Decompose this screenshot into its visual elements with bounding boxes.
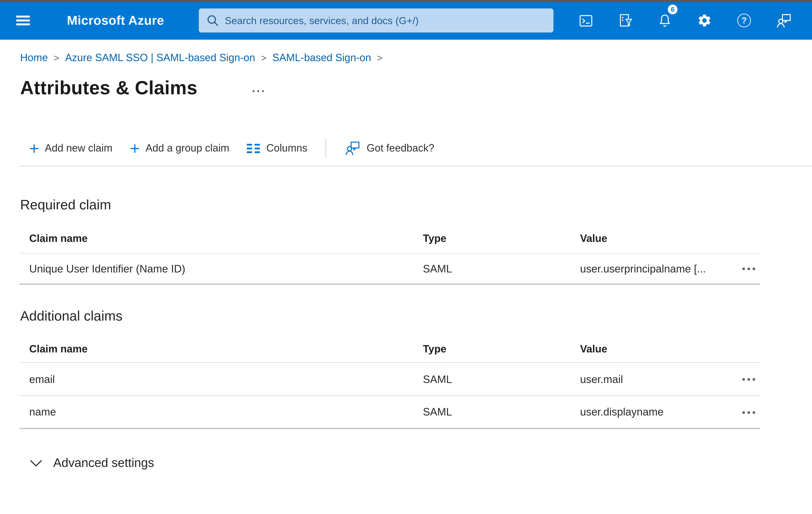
cell-claim-name: name (29, 406, 423, 418)
table-row[interactable]: name SAML user.displayname ••• (20, 396, 760, 429)
additional-claims-heading: Additional claims (20, 308, 122, 324)
search-input[interactable] (225, 15, 546, 26)
add-group-claim-label: Add a group claim (146, 142, 229, 154)
column-header-claim-name: Claim name (29, 233, 423, 244)
breadcrumb-separator: > (261, 53, 266, 63)
directory-filter-icon (617, 13, 633, 28)
required-claim-heading: Required claim (20, 197, 111, 213)
plus-icon (29, 143, 39, 153)
notification-badge: 6 (668, 4, 677, 14)
breadcrumb-link-home[interactable]: Home (20, 52, 48, 64)
search-icon (207, 14, 219, 27)
more-button[interactable]: ··· (252, 85, 266, 98)
toolbar-divider (326, 138, 326, 158)
hamburger-icon (16, 16, 30, 25)
cell-type: SAML (423, 373, 580, 385)
add-new-claim-label: Add new claim (45, 142, 112, 154)
got-feedback-button[interactable]: Got feedback? (345, 140, 434, 156)
table-header-row: Claim name Type Value (20, 335, 760, 363)
feedback-icon (776, 13, 792, 28)
table-row[interactable]: email SAML user.mail ••• (20, 363, 760, 396)
table-row[interactable]: Unique User Identifier (Name ID) SAML us… (20, 253, 760, 285)
advanced-settings-label: Advanced settings (53, 456, 154, 470)
advanced-settings-toggle[interactable]: Advanced settings (30, 456, 154, 470)
column-header-value: Value (580, 233, 729, 244)
columns-icon (247, 143, 260, 154)
settings-button[interactable] (685, 2, 724, 39)
breadcrumb-link-saml-signon[interactable]: SAML-based Sign-on (272, 52, 371, 64)
feedback-icon (345, 140, 361, 156)
page-title: Attributes & Claims (20, 77, 198, 99)
row-menu-button[interactable]: ••• (742, 263, 760, 274)
table-header-row: Claim name Type Value (20, 224, 760, 253)
required-claim-table: Claim name Type Value Unique User Identi… (20, 224, 760, 285)
add-new-claim-button[interactable]: Add new claim (29, 142, 112, 154)
directory-filter-button[interactable] (605, 2, 645, 39)
portal-menu-button[interactable] (16, 2, 36, 39)
cloud-shell-button[interactable] (566, 2, 605, 39)
notifications-button[interactable]: 6 (645, 2, 685, 39)
command-bar: Add new claim Add a group claim Columns (29, 138, 434, 159)
help-glyph: ? (742, 16, 747, 25)
cell-type: SAML (423, 262, 580, 275)
column-header-type: Type (423, 343, 580, 355)
breadcrumb-link-app-sso[interactable]: Azure SAML SSO | SAML-based Sign-on (65, 52, 255, 64)
cell-value: user.userprincipalname [... (580, 262, 729, 275)
breadcrumb: Home > Azure SAML SSO | SAML-based Sign-… (20, 52, 388, 64)
plus-icon (130, 143, 140, 153)
chevron-down-icon (30, 459, 42, 466)
column-header-claim-name: Claim name (29, 343, 423, 355)
cell-value: user.mail (580, 373, 729, 385)
column-header-type: Type (423, 233, 580, 244)
azure-portal-page: Microsoft Azure (0, 0, 812, 514)
cell-claim-name: email (29, 373, 423, 385)
cloud-shell-icon (578, 13, 593, 28)
topbar: Microsoft Azure (0, 2, 812, 39)
columns-label: Columns (266, 142, 308, 154)
additional-claims-table: Claim name Type Value email SAML user.ma… (20, 335, 760, 429)
bell-icon (658, 13, 672, 28)
cell-claim-name: Unique User Identifier (Name ID) (29, 262, 423, 275)
search-box (199, 8, 553, 32)
cell-value: user.displayname (580, 406, 729, 418)
window-chrome-strip (0, 0, 812, 2)
gear-icon (697, 13, 712, 28)
breadcrumb-separator: > (377, 53, 382, 63)
brand-logo: Microsoft Azure (67, 2, 164, 39)
add-group-claim-button[interactable]: Add a group claim (130, 142, 229, 154)
column-header-value: Value (580, 343, 729, 355)
help-button[interactable]: ? (724, 2, 764, 39)
help-icon: ? (737, 13, 751, 27)
feedback-button[interactable] (764, 2, 804, 39)
topbar-icon-group: 6 ? (566, 2, 804, 39)
got-feedback-label: Got feedback? (367, 142, 434, 154)
row-menu-button[interactable]: ••• (742, 407, 760, 417)
breadcrumb-separator: > (54, 53, 59, 63)
cell-type: SAML (423, 406, 580, 418)
columns-button[interactable]: Columns (247, 142, 308, 154)
toolbar-rule (20, 166, 812, 167)
row-menu-button[interactable]: ••• (742, 374, 760, 384)
